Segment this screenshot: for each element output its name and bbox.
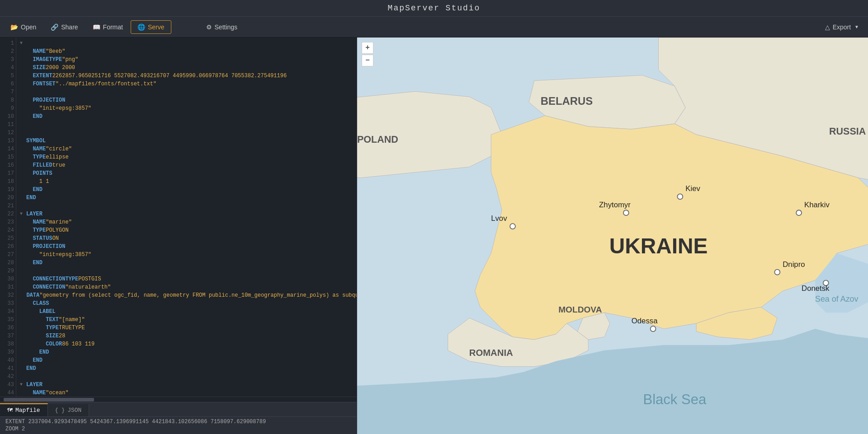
code-line-19: END [20,186,353,194]
kiev-dot [677,194,683,199]
line-numbers: 1234567891011121314151617181920212223242… [0,37,16,397]
share-button[interactable]: 🔗 Share [44,20,85,34]
settings-button[interactable]: ⚙ Settings [199,20,245,34]
zhytomyr-dot [623,210,629,215]
code-line-43: ▼LAYER [20,381,353,389]
h-scroll-thumb[interactable] [4,398,94,401]
code-line-37: SIZE 28 [20,332,353,340]
collapse-icon[interactable]: ▼ [20,210,25,218]
format-button[interactable]: 📖 Format [86,20,130,34]
kharkiv-dot [796,210,802,215]
code-line-7 [20,88,353,96]
export-button[interactable]: △ Export ▼ [820,21,864,33]
code-editor[interactable]: ▼ NAME "Beeb" IMAGETYPE "png" SIZE 2000 … [16,37,357,397]
code-line-16: FILLED true [20,161,353,169]
odessa-label: Odessa [632,317,658,325]
ukraine-label: UKRAINE [609,234,708,258]
toolbar: 📂 Open 🔗 Share 📖 Format 🌐 Serve ⚙ Settin… [0,17,868,37]
status-bar: EXTENT 2337004.9293478495 5424367.139699… [0,416,357,434]
sea-of-azov-label: Sea of Azov [815,294,859,303]
map-controls: + − [362,42,373,66]
app-title: MapServer Studio [388,4,481,13]
code-line-44: NAME "ocean" [20,389,353,397]
collapse-icon[interactable]: ▼ [20,39,25,47]
code-line-31: CONNECTION "naturalearth" [20,283,353,291]
code-line-33: CLASS [20,299,353,308]
code-line-32: DATA "geometry from (select ogc_fid, nam… [20,291,353,299]
code-line-21 [20,202,353,210]
settings-icon: ⚙ [206,23,212,31]
dnipro-dot [774,270,780,275]
serve-icon: 🌐 [137,23,145,31]
code-line-41: END [20,364,353,373]
format-icon: 📖 [93,23,100,31]
code-line-11 [20,121,353,129]
code-line-36: TYPE TRUETYPE [20,324,353,332]
code-line-2: NAME "Beeb" [20,47,353,56]
zhytomyr-label: Zhytomyr [599,201,631,209]
editor-panel: 1234567891011121314151617181920212223242… [0,37,357,434]
dnipro-label: Dnipro [783,260,805,269]
code-line-24: TYPE POLYGON [20,226,353,234]
code-line-10: END [20,112,353,121]
extent-status: EXTENT 2337004.9293478495 5424367.139699… [5,419,351,425]
code-line-26: PROJECTION [20,243,353,251]
code-line-42 [20,373,353,381]
code-line-23: NAME "marine" [20,218,353,226]
code-line-4: SIZE 2000 2000 [20,64,353,72]
code-line-6: FONTSET "../mapfiles/fonts/fontset.txt" [20,80,353,88]
title-bar: MapServer Studio [0,0,868,17]
code-line-34: LABEL [20,308,353,316]
code-line-39: END [20,348,353,356]
tab-mapfile[interactable]: 🗺 Mapfile [0,403,48,416]
zoom-status: ZOOM 2 [5,426,351,432]
share-icon: 🔗 [51,23,58,31]
kiev-label: Kiev [685,184,700,193]
collapse-icon[interactable]: ▼ [20,381,25,389]
russia-label: RUSSIA [829,126,866,137]
code-line-15: TYPE ellipse [20,153,353,161]
odessa-dot [651,326,656,331]
kharkiv-label: Kharkiv [804,201,830,209]
poland-label: POLAND [357,134,398,145]
tab-json[interactable]: { } JSON [48,404,90,416]
serve-button[interactable]: 🌐 Serve [131,20,171,34]
code-area: 1234567891011121314151617181920212223242… [0,37,357,397]
code-line-27: "init=epsg:3857" [20,251,353,259]
lvov-label: Lvov [491,214,507,223]
code-line-3: IMAGETYPE "png" [20,56,353,64]
black-sea-label: Black Sea [643,392,707,407]
zoom-in-button[interactable]: + [362,42,373,54]
code-line-35: TEXT "[name]" [20,316,353,324]
code-line-30: CONNECTIONTYPE POSTGIS [20,275,353,283]
code-line-1: ▼ [20,39,353,47]
code-line-22: ▼LAYER [20,210,353,218]
lvov-dot [510,224,515,229]
export-icon: △ [825,23,830,31]
open-button[interactable]: 📂 Open [4,20,43,34]
zoom-out-button[interactable]: − [362,55,373,66]
code-line-38: COLOR 86 103 119 [20,340,353,348]
belarus-label: BELARUS [541,95,593,107]
code-line-18: 1 1 [20,177,353,186]
code-line-28: END [20,259,353,267]
open-icon: 📂 [10,23,18,31]
code-line-25: STATUS ON [20,234,353,243]
tab-bar: 🗺 Mapfile { } JSON [0,402,357,416]
code-line-9: "init=epsg:3857" [20,104,353,112]
code-line-40: END [20,356,353,364]
mapfile-icon: 🗺 [7,407,13,414]
code-line-12 [20,129,353,137]
code-line-14: NAME "circle" [20,145,353,153]
code-line-13: SYMBOL [20,137,353,145]
horizontal-scrollbar[interactable] [0,397,357,402]
export-dropdown-arrow: ▼ [854,24,859,29]
code-line-17: POINTS [20,169,353,177]
code-line-20: END [20,194,353,202]
toolbar-right: △ Export ▼ [820,21,864,33]
json-icon: { } [55,407,65,414]
donetsk-label: Donetsk [802,284,830,293]
code-line-29 [20,267,353,275]
code-line-5: EXTENT 2262857.9650251716 5527082.493216… [20,72,353,80]
romania-label: ROMANIA [469,348,513,358]
